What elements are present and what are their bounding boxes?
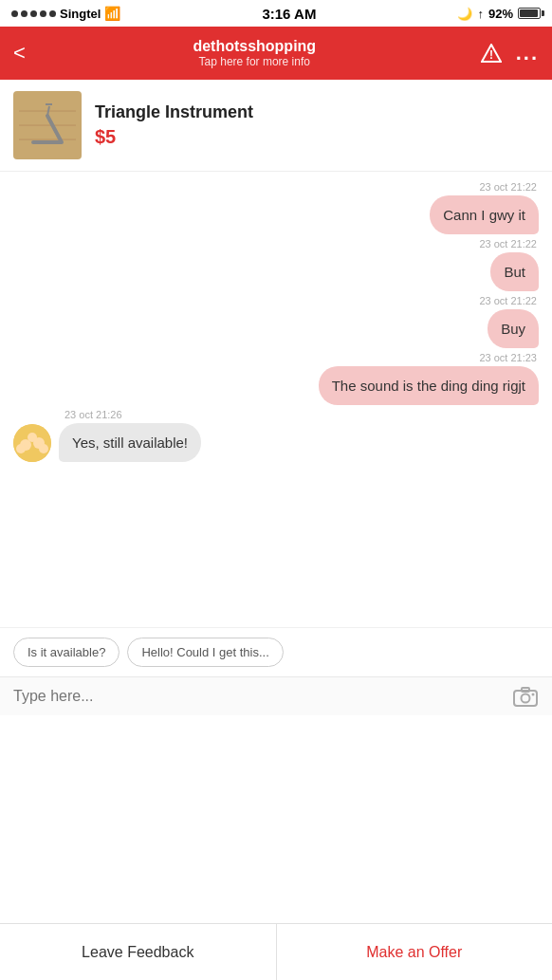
bubble-sent-1: Cann I gwy it	[430, 195, 539, 234]
bubble-sent-3: Buy	[488, 309, 539, 348]
svg-point-11	[28, 433, 37, 442]
svg-text:!: !	[489, 48, 493, 62]
svg-point-12	[16, 444, 26, 453]
warning-icon[interactable]: !	[480, 43, 503, 64]
quick-replies: Is it available? Hello! Could I get this…	[0, 627, 552, 676]
header-title: dethotsshopping	[39, 38, 470, 55]
action-bar: Leave Feedback Make an Offer	[0, 923, 552, 980]
battery-icon	[518, 8, 541, 19]
carrier-label: Singtel	[60, 7, 101, 21]
message-input[interactable]	[13, 688, 503, 705]
product-name: Triangle Instrument	[95, 102, 539, 122]
status-left: Singtel 📶	[11, 6, 120, 21]
message-group-4: 23 oct 21:23 The sound is the ding ding …	[13, 352, 539, 405]
product-image	[13, 91, 82, 159]
battery-fill	[520, 9, 538, 17]
message-row-2: But	[13, 252, 539, 291]
quick-reply-2[interactable]: Hello! Could I get this...	[127, 638, 283, 667]
status-bar: Singtel 📶 3:16 AM 🌙 ↑ 92%	[0, 0, 552, 27]
bubble-sent-2: But	[490, 252, 539, 291]
back-button[interactable]: <	[13, 41, 26, 65]
header-title-block[interactable]: dethotsshopping Tap here for more info	[39, 38, 470, 68]
timestamp-5: 23 oct 21:26	[13, 409, 539, 420]
svg-point-8	[13, 424, 51, 462]
timestamp-4: 23 oct 21:23	[13, 352, 539, 363]
product-bar[interactable]: Triangle Instrument $5	[0, 80, 552, 172]
timestamp-3: 23 oct 21:22	[13, 295, 539, 306]
battery-label: 92%	[488, 7, 513, 21]
moon-icon: 🌙	[457, 7, 472, 21]
camera-icon[interactable]	[512, 685, 539, 708]
quick-reply-1[interactable]: Is it available?	[13, 638, 120, 667]
product-price: $5	[95, 126, 539, 148]
status-right: 🌙 ↑ 92%	[457, 7, 541, 21]
svg-point-17	[532, 693, 535, 696]
svg-point-13	[39, 444, 48, 453]
message-group-1: 23 oct 21:22 Cann I gwy it	[13, 181, 539, 234]
message-group-2: 23 oct 21:22 But	[13, 238, 539, 291]
timestamp-2: 23 oct 21:22	[13, 238, 539, 250]
svg-point-15	[522, 694, 530, 703]
avatar	[13, 424, 51, 462]
message-group-5: 23 oct 21:26 Yes, still available!	[13, 409, 539, 462]
message-row-3: Buy	[13, 309, 539, 348]
header-subtitle: Tap here for more info	[39, 55, 470, 68]
wifi-icon: 📶	[104, 6, 120, 21]
product-info: Triangle Instrument $5	[95, 102, 539, 148]
chat-area: 23 oct 21:22 Cann I gwy it 23 oct 21:22 …	[0, 172, 552, 627]
timestamp-1: 23 oct 21:22	[13, 181, 539, 193]
input-bar	[0, 676, 552, 715]
bubble-received-5: Yes, still available!	[59, 423, 201, 462]
signal-dots	[11, 10, 56, 17]
header: < dethotsshopping Tap here for more info…	[0, 27, 552, 80]
leave-feedback-button[interactable]: Leave Feedback	[0, 924, 277, 980]
location-icon: ↑	[477, 7, 484, 21]
header-icons: ! ...	[480, 41, 539, 65]
bubble-sent-4: The sound is the ding ding rigjt	[319, 366, 539, 405]
make-offer-button[interactable]: Make an Offer	[277, 924, 553, 980]
message-row-1: Cann I gwy it	[13, 195, 539, 234]
svg-rect-14	[514, 691, 537, 706]
more-button[interactable]: ...	[516, 41, 539, 65]
message-row-5: Yes, still available!	[13, 423, 539, 462]
clock: 3:16 AM	[262, 6, 316, 22]
message-row-4: The sound is the ding ding rigjt	[13, 366, 539, 405]
message-group-3: 23 oct 21:22 Buy	[13, 295, 539, 348]
